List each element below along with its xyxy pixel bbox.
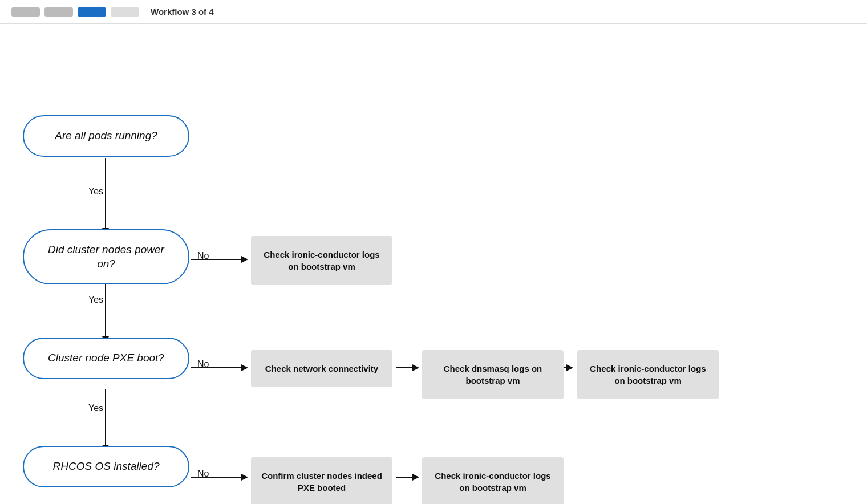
box4-text: Check ironic-conductor logs on bootstrap… [590, 364, 706, 385]
no-label-3: No [197, 469, 209, 479]
decision-node-1: Are all pods running? [23, 115, 189, 157]
node3-text: Cluster node PXE boot? [48, 352, 164, 364]
header: Workflow 3 of 4 [0, 0, 867, 24]
action-box-1: Check ironic-conductor logs on bootstrap… [251, 236, 392, 285]
box3-text: Check dnsmasq logs on bootstrap vm [444, 364, 542, 385]
decision-node-3: Cluster node PXE boot? [23, 338, 189, 379]
header-title: Workflow 3 of 4 [151, 7, 214, 17]
box2-text: Check network connectivity [265, 364, 378, 373]
box1-text: Check ironic-conductor logs on bootstrap… [264, 250, 379, 271]
yes-label-1: Yes [88, 186, 103, 197]
svg-marker-17 [412, 474, 419, 481]
action-box-5: Confirm cluster nodes indeed PXE booted [251, 457, 392, 504]
svg-marker-7 [241, 256, 248, 263]
node1-text: Are all pods running? [55, 129, 157, 141]
action-box-6: Check ironic-conductor logs on bootstrap… [422, 457, 564, 504]
svg-marker-13 [566, 364, 573, 371]
action-box-3: Check dnsmasq logs on bootstrap vm [422, 350, 564, 399]
box6-text: Check ironic-conductor logs on bootstrap… [435, 471, 550, 493]
action-box-4: Check ironic-conductor logs on bootstrap… [577, 350, 719, 399]
node4-text: RHCOS OS installed? [53, 460, 160, 472]
no-label-1: No [197, 251, 209, 261]
decision-node-2: Did cluster nodes power on? [23, 229, 189, 284]
box5-text: Confirm cluster nodes indeed PXE booted [261, 471, 382, 493]
svg-marker-15 [241, 474, 248, 481]
progress-segment-3 [78, 7, 106, 17]
decision-node-4: RHCOS OS installed? [23, 446, 189, 487]
svg-marker-11 [412, 364, 419, 371]
progress-segment-1 [11, 7, 40, 17]
yes-label-3: Yes [88, 403, 103, 413]
main-content: Are all pods running? Yes Did cluster no… [0, 24, 867, 504]
svg-marker-9 [241, 364, 248, 371]
no-label-2: No [197, 359, 209, 369]
node2-text: Did cluster nodes power on? [48, 243, 164, 270]
progress-segment-2 [44, 7, 73, 17]
progress-segment-4 [111, 7, 139, 17]
flowchart: Are all pods running? Yes Did cluster no… [17, 47, 850, 504]
action-box-2: Check network connectivity [251, 350, 392, 387]
yes-label-2: Yes [88, 295, 103, 305]
